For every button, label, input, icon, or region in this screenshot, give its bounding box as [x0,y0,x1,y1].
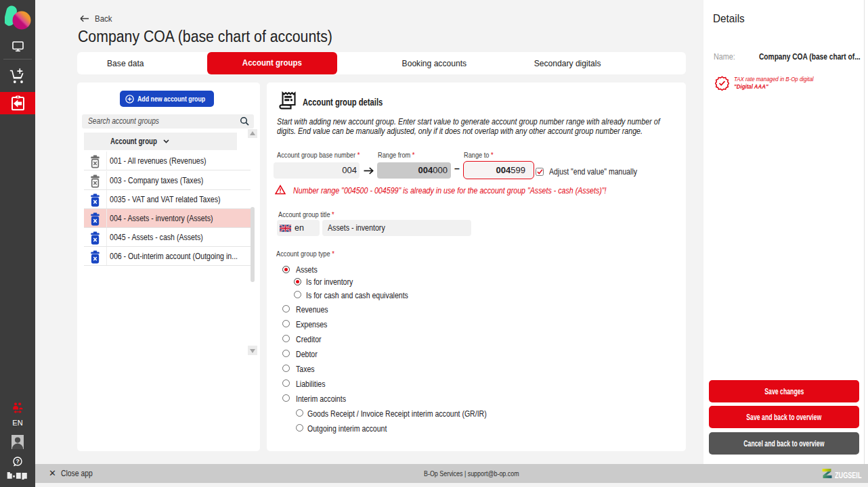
svg-text:?: ? [16,458,19,465]
